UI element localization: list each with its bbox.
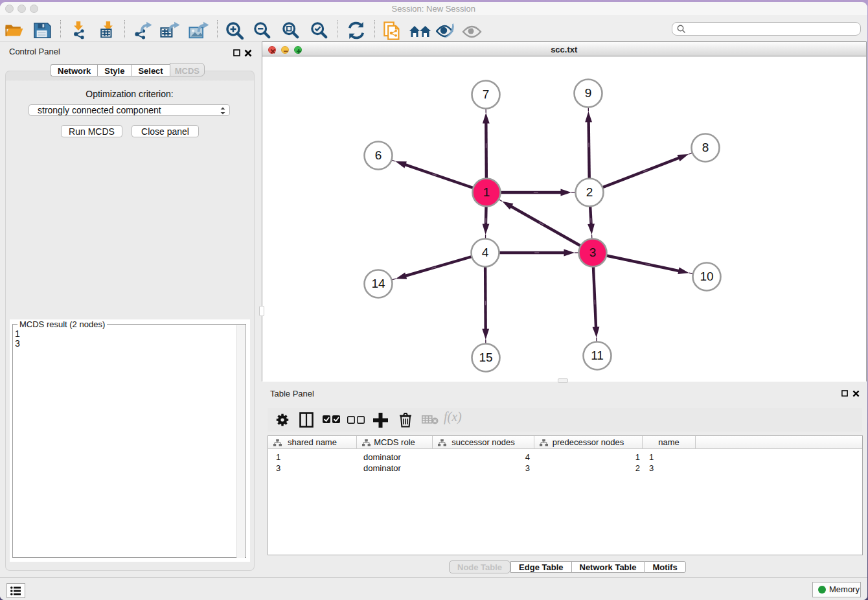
svg-text:11: 11 xyxy=(591,349,604,362)
svg-text:8: 8 xyxy=(702,141,709,154)
svg-text:4: 4 xyxy=(482,246,489,259)
svg-text:15: 15 xyxy=(479,351,492,364)
svg-text:3: 3 xyxy=(589,246,597,259)
svg-text:1: 1 xyxy=(483,185,490,199)
svg-text:7: 7 xyxy=(483,87,490,101)
svg-text:14: 14 xyxy=(371,277,385,290)
svg-text:6: 6 xyxy=(375,148,382,162)
svg-text:2: 2 xyxy=(586,185,593,199)
svg-text:10: 10 xyxy=(700,270,713,283)
svg-text:9: 9 xyxy=(585,86,592,100)
